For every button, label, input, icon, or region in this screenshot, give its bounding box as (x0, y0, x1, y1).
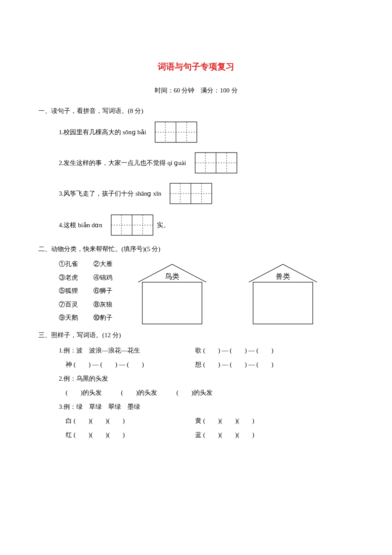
section-2-heading: 二、动物分类，快来帮帮忙。(填序号)(5 分) (38, 244, 354, 254)
page-title: 词语与句子专项复习 (38, 60, 354, 73)
grid-box-icon[interactable] (111, 214, 153, 236)
q2-text: 2.发生这样的事，大家一点儿也不觉得 qí ɡuài (59, 158, 186, 168)
house-birds[interactable]: 鸟类 (134, 260, 210, 327)
grid-box-icon[interactable] (195, 152, 237, 173)
blank-line[interactable]: 歌 ( ) — ( ) — ( ) (195, 344, 274, 358)
grid-box-icon[interactable] (155, 121, 197, 143)
house-label: 兽类 (276, 272, 290, 280)
section-1-heading: 一、读句子，看拼音，写词语。(8 分) (38, 106, 354, 116)
question-1-2: 2.发生这样的事，大家一点儿也不觉得 qí ɡuài (59, 150, 354, 176)
example-line: 1.例：波 波浪—浪花—花生 (59, 344, 195, 358)
q1-text: 1.校园里有几棵高大的 sōnɡ bǎi (59, 127, 146, 137)
q4-text-a: 4.这根 biǎn dɑn (59, 220, 102, 230)
blank-line[interactable]: ( )的头发 ( )的头发 ( )的头发 (59, 386, 213, 400)
list-item: ①孔雀 (59, 257, 78, 271)
blank-line[interactable]: 白 ( )( )( ) (59, 414, 195, 428)
blank-line[interactable]: 黄 ( )( )( ) (195, 414, 254, 428)
example-line: 2.例：乌黑的头发 (59, 372, 108, 386)
grid-box-icon[interactable] (170, 183, 212, 204)
question-1-3: 3.风筝飞走了，孩子们十分 shānɡ xīn (59, 181, 354, 206)
list-item: ②大雁 (93, 257, 112, 271)
q3-text: 3.风筝飞走了，孩子们十分 shānɡ xīn (59, 188, 161, 199)
list-item: ⑨天鹅 (59, 311, 78, 325)
section-3-heading: 三、照样子，写词语。(12 分) (38, 330, 354, 340)
blank-line[interactable]: 想 ( ) — ( ) — ( ) (195, 358, 274, 372)
house-beasts[interactable]: 兽类 (245, 260, 321, 327)
list-item: ④锦鸡 (93, 271, 112, 285)
svg-rect-21 (253, 282, 313, 324)
blank-line[interactable]: 蓝 ( )( )( ) (195, 428, 254, 442)
animal-area: ①孔雀②大雁 ③老虎④锦鸡 ⑤狐狸⑥狮子 ⑦百灵⑧灰狼 ⑨天鹅⑩豹子 鸟类 兽类 (38, 257, 354, 327)
blank-line[interactable]: 神 ( ) — ( ) — ( ) (59, 358, 195, 372)
svg-rect-20 (142, 282, 202, 324)
list-item: ⑧灰狼 (93, 298, 112, 312)
question-1-1: 1.校园里有几棵高大的 sōnɡ bǎi (59, 119, 354, 145)
exam-meta: 时间：60 分钟 满分：100 分 (38, 85, 354, 95)
animal-list: ①孔雀②大雁 ③老虎④锦鸡 ⑤狐狸⑥狮子 ⑦百灵⑧灰狼 ⑨天鹅⑩豹子 (59, 257, 112, 325)
section-3-body: 1.例：波 波浪—浪花—花生 歌 ( ) — ( ) — ( ) 神 ( ) —… (59, 344, 354, 442)
list-item: ⑩豹子 (93, 311, 112, 325)
house-label: 鸟类 (165, 272, 179, 280)
q4-text-b: 实。 (157, 220, 170, 230)
list-item: ⑤狐狸 (59, 284, 78, 298)
houses: 鸟类 兽类 (134, 260, 321, 327)
list-item: ⑥狮子 (93, 284, 112, 298)
example-line: 3.例：绿 草绿 翠绿 墨绿 (59, 400, 140, 414)
list-item: ⑦百灵 (59, 298, 78, 312)
question-1-4: 4.这根 biǎn dɑn 实。 (59, 211, 354, 239)
blank-line[interactable]: 红 ( )( )( ) (59, 428, 195, 442)
list-item: ③老虎 (59, 271, 78, 285)
